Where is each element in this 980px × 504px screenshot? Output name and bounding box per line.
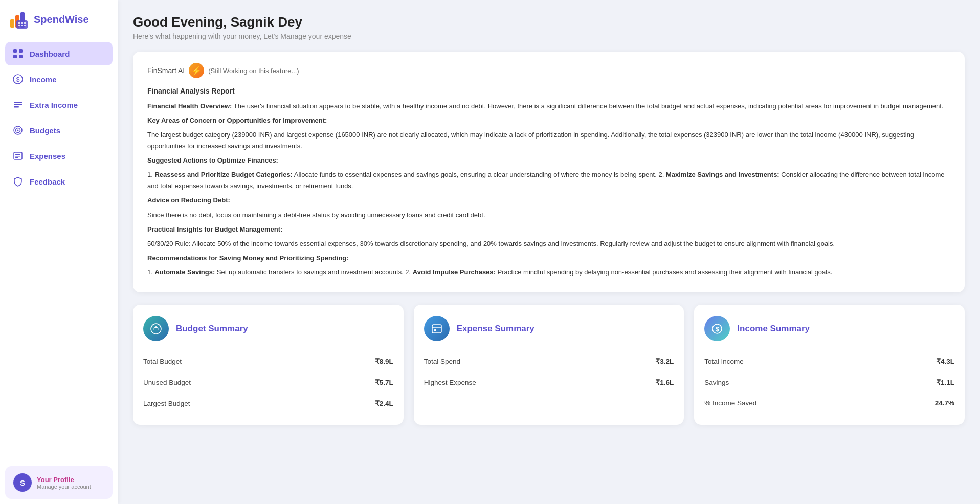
expense-summary-title: Expense Summary (457, 324, 534, 334)
ai-header: FinSmart AI ⚡ (Still Working on this fea… (147, 63, 950, 78)
sidebar-item-label-budgets: Budgets (30, 126, 60, 135)
income-pct-saved-row: % Income Saved 24.7% (704, 393, 954, 413)
sidebar-item-budgets[interactable]: Budgets (5, 119, 113, 142)
profile-sub: Manage your account (37, 484, 91, 490)
reco-2-label: Avoid Impulse Purchases: (413, 268, 496, 276)
grid-icon (12, 48, 24, 59)
ai-content: Financial Analysis Report Financial Heal… (147, 85, 950, 278)
income-total-label: Total Income (704, 358, 744, 365)
budget-largest-row: Largest Budget ₹2.4L (143, 393, 393, 414)
sidebar-item-label-dashboard: Dashboard (30, 50, 70, 58)
target-icon (12, 125, 24, 136)
spark-icon: ⚡ (189, 63, 204, 78)
ai-working-text: (Still Working on this feature...) (208, 67, 299, 75)
list-icon (12, 99, 24, 110)
sidebar-item-feedback[interactable]: Feedback (5, 170, 113, 193)
income-total-row: Total Income ₹4.3L (704, 351, 954, 372)
logo: SpendWise (0, 9, 118, 42)
svg-rect-25 (15, 157, 18, 158)
svg-rect-0 (10, 19, 14, 28)
income-summary-card: $ Income Summary Total Income ₹4.3L Savi… (694, 305, 965, 425)
expense-summary-header: Expense Summary (424, 316, 674, 341)
logo-icon (9, 9, 30, 30)
expense-highest-label: Highest Expense (424, 379, 476, 386)
ai-label: FinSmart AI (147, 66, 185, 75)
summary-row: Budget Summary Total Budget ₹8.9L Unused… (133, 305, 965, 425)
expense-icon (424, 316, 450, 341)
suggest-text-2: Maximize Savings and Investments: (666, 171, 779, 178)
svg-rect-6 (24, 22, 26, 24)
suggest-label: Suggested Actions to Optimize Finances: (147, 156, 278, 164)
debt-label: Advice on Reducing Debt: (147, 196, 230, 204)
practical-text: 50/30/20 Rule: Allocate 50% of the incom… (147, 238, 950, 249)
svg-rect-13 (19, 55, 23, 58)
main-content: Good Evening, Sagnik Dey Here's what hap… (118, 0, 980, 504)
budget-total-value: ₹8.9L (375, 357, 393, 365)
expense-total-value: ₹3.2L (655, 357, 674, 365)
budget-total-label: Total Budget (143, 358, 182, 365)
svg-point-21 (17, 130, 19, 131)
debt-text: Since there is no debt, focus on maintai… (147, 210, 950, 221)
sidebar-item-label-income: Income (30, 75, 57, 84)
svg-rect-5 (21, 22, 23, 24)
svg-point-27 (155, 326, 157, 328)
svg-rect-30 (434, 329, 436, 331)
sidebar-item-dashboard[interactable]: Dashboard (5, 42, 113, 65)
reco-label: Recommendations for Saving Money and Pri… (147, 254, 349, 262)
suggest-detail: 1. Reassess and Prioritize Budget Catego… (147, 169, 950, 192)
sidebar-item-label-extra-income: Extra Income (30, 101, 78, 109)
svg-rect-28 (432, 325, 441, 333)
svg-rect-18 (14, 106, 19, 108)
expense-highest-row: Highest Expense ₹1.6L (424, 372, 674, 393)
income-savings-label: Savings (704, 379, 729, 386)
svg-text:$: $ (716, 325, 720, 333)
budget-summary-title: Budget Summary (176, 324, 248, 334)
suggest-section: Suggested Actions to Optimize Finances: (147, 155, 950, 166)
avatar: S (13, 473, 32, 492)
health-overview: Financial Health Overview: The user's fi… (147, 101, 950, 112)
budget-unused-row: Unused Budget ₹5.7L (143, 372, 393, 393)
concern-section: Key Areas of Concern or Opportunities fo… (147, 115, 950, 126)
expense-highest-value: ₹1.6L (655, 378, 674, 386)
svg-rect-9 (24, 25, 26, 26)
sidebar-nav: Dashboard $ Income Extra Income Budgets (0, 42, 118, 461)
practical-section: Practical Insights for Budget Management… (147, 224, 950, 235)
health-label: Financial Health Overview: (147, 102, 232, 110)
budget-unused-label: Unused Budget (143, 379, 191, 386)
health-text: The user's financial situation appears t… (234, 102, 944, 110)
expense-total-label: Total Spend (424, 358, 460, 365)
svg-rect-10 (13, 49, 17, 53)
list2-icon (12, 150, 24, 162)
expense-summary-card: Expense Summary Total Spend ₹3.2L Highes… (414, 305, 684, 425)
reco-1-text: Set up automatic transfers to savings an… (217, 268, 411, 276)
svg-rect-11 (19, 49, 23, 53)
budget-icon (143, 316, 169, 341)
income-savings-value: ₹1.1L (936, 378, 954, 386)
page-title: Good Evening, Sagnik Dey (133, 14, 965, 30)
income-icon: $ (704, 316, 730, 341)
sidebar: SpendWise Dashboard $ Income Extra Incom… (0, 0, 118, 504)
sidebar-item-income[interactable]: $ Income (5, 67, 113, 91)
concern-label: Key Areas of Concern or Opportunities fo… (147, 117, 327, 124)
svg-rect-23 (15, 154, 20, 155)
reco-2-text: Practice mindful spending by delaying no… (498, 268, 833, 276)
app-name: SpendWise (34, 14, 89, 26)
budget-largest-value: ₹2.4L (375, 399, 393, 407)
profile-name: Your Profile (37, 476, 91, 484)
income-total-value: ₹4.3L (936, 357, 954, 365)
debt-section: Advice on Reducing Debt: (147, 195, 950, 206)
sidebar-item-extra-income[interactable]: Extra Income (5, 93, 113, 117)
svg-rect-7 (18, 25, 20, 26)
svg-rect-12 (13, 55, 17, 58)
profile-section[interactable]: S Your Profile Manage your account (5, 466, 113, 499)
budget-largest-label: Largest Budget (143, 400, 190, 407)
report-title: Financial Analysis Report (147, 85, 950, 98)
svg-rect-24 (15, 156, 20, 157)
svg-rect-17 (14, 104, 22, 106)
sidebar-item-expenses[interactable]: Expenses (5, 144, 113, 168)
svg-rect-8 (21, 25, 23, 26)
reco-detail: 1. Automate Savings: Set up automatic tr… (147, 267, 950, 278)
svg-rect-16 (14, 102, 22, 103)
sidebar-item-label-feedback: Feedback (30, 177, 65, 186)
reco-section: Recommendations for Saving Money and Pri… (147, 253, 950, 264)
